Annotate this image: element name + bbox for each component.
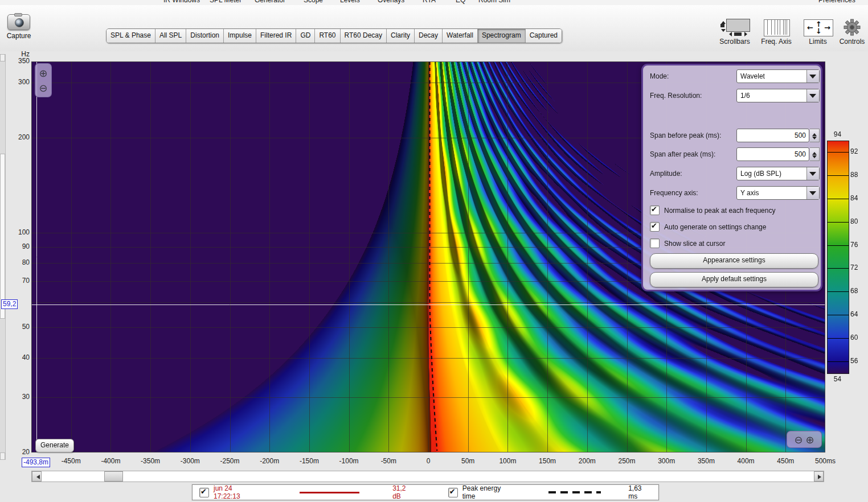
amplitude-value: Log (dB SPL)	[740, 170, 781, 178]
apply-default-settings-button[interactable]: Apply default settings	[650, 272, 818, 287]
span-before-input[interactable]: 500	[736, 129, 809, 142]
colorbar-segment	[828, 223, 849, 246]
menu-item-overlays[interactable]: Overlays	[378, 0, 404, 5]
capture-label: Capture	[2, 32, 35, 40]
tab-decay[interactable]: Decay	[415, 29, 443, 43]
frequency-axis-dropdown[interactable]: Y axis	[736, 186, 820, 200]
span-after-stepper[interactable]	[810, 147, 820, 161]
measurement-checkbox[interactable]	[199, 488, 209, 497]
tab-all-spl[interactable]: All SPL	[155, 29, 186, 43]
zoom-in-icon[interactable]: ⊕	[39, 67, 47, 79]
freq-axis-icon	[764, 19, 790, 36]
tab-spectrogram[interactable]: Spectrogram	[478, 29, 526, 43]
colorbar-min-label: 54	[824, 375, 851, 383]
menu-item-ir-windows[interactable]: IR Windows	[163, 0, 200, 5]
menu-item-label: Overlays	[378, 0, 404, 4]
tool-label: Scrollbars	[714, 38, 755, 46]
frequency-axis-value: Y axis	[740, 189, 759, 197]
menu-item-preferences[interactable]: Preferences	[818, 0, 855, 5]
zoom-out-icon[interactable]: ⊖	[39, 82, 47, 94]
tool-limits[interactable]: ↑↓ ←→ Limits	[800, 18, 836, 46]
scroll-thumb[interactable]	[104, 471, 123, 482]
freq-resolution-value: 1/6	[740, 92, 750, 100]
chevron-down-icon[interactable]	[806, 187, 819, 199]
checkbox[interactable]	[650, 222, 660, 232]
freq-resolution-label: Freq. Resolution:	[650, 92, 702, 100]
amplitude-dropdown[interactable]: Log (dB SPL)	[736, 167, 820, 180]
tab-distortion[interactable]: Distortion	[186, 29, 224, 43]
peak-energy-checkbox[interactable]	[448, 488, 458, 497]
peak-energy-label: Peak energy time	[462, 484, 513, 500]
colorbar-segment	[828, 199, 849, 223]
colorbar-segment	[828, 292, 849, 315]
x-tick-300m: 300m	[658, 457, 675, 465]
chevron-down-icon[interactable]	[806, 89, 819, 102]
tool-controls[interactable]: Controls	[836, 18, 868, 46]
span-before-stepper[interactable]	[810, 129, 820, 142]
tab-waterfall[interactable]: Waterfall	[443, 29, 478, 43]
chevron-down-icon[interactable]	[806, 167, 819, 180]
tab-captured[interactable]: Captured	[526, 29, 562, 43]
tool-freq-axis[interactable]: Freq. Axis	[758, 18, 795, 46]
tab-rt60-decay[interactable]: RT60 Decay	[341, 29, 387, 43]
menu-item-label: Scope	[304, 0, 323, 4]
chevron-down-icon[interactable]	[806, 70, 819, 83]
menu-item-label: RTA	[423, 0, 436, 4]
mode-dropdown[interactable]: Wavelet	[736, 69, 820, 83]
menu-item-room-sim[interactable]: Room Sim	[478, 0, 510, 5]
menu-item-spl-meter[interactable]: SPL Meter	[210, 0, 241, 5]
mode-value: Wavelet	[740, 72, 765, 80]
colorbar-segment	[828, 315, 849, 339]
time-scrollbar[interactable]	[31, 471, 824, 482]
tab-rt60[interactable]: RT60	[315, 29, 340, 43]
measurement-level: 31,2 dB	[392, 484, 415, 500]
scroll-left-button[interactable]	[32, 471, 42, 482]
menu-item-levels[interactable]: Levels	[340, 0, 360, 5]
span-after-input[interactable]: 500	[736, 147, 809, 161]
checkbox-row-show-slice-at-cursor[interactable]: Show slice at cursor	[650, 238, 725, 248]
y-tick-50: 50	[2, 323, 30, 331]
colorbar-tick-92: 92	[850, 147, 858, 155]
colorbar-segment	[828, 176, 849, 199]
checkbox-row-normalise-to-peak-at-each-frequency[interactable]: Normalise to peak at each frequency	[650, 205, 775, 215]
menu-item-eq[interactable]: EQ	[456, 0, 465, 5]
span-after-label: Span after peak (ms):	[650, 150, 715, 158]
appearance-settings-button[interactable]: Appearance settings	[650, 253, 818, 269]
tab-gd[interactable]: GD	[296, 29, 315, 43]
x-tick-50m: -50m	[381, 457, 396, 465]
checkbox-row-auto-generate-on-settings-change[interactable]: Auto generate on settings change	[650, 222, 766, 232]
x-tick-250m: -250m	[220, 457, 239, 465]
colorbar-segment	[828, 141, 849, 153]
y-tick-30: 30	[2, 393, 30, 401]
tool-scrollbars[interactable]: Scrollbars	[714, 18, 755, 46]
tab-impulse[interactable]: Impulse	[224, 29, 256, 43]
colorbar-tick-56: 56	[850, 357, 858, 365]
tab-filtered-ir[interactable]: Filtered IR	[256, 29, 296, 43]
tab-spl-phase[interactable]: SPL & Phase	[107, 29, 155, 43]
measurement-line-sample	[300, 492, 359, 493]
generate-button[interactable]: Generate	[35, 439, 74, 452]
freq-resolution-dropdown[interactable]: 1/6	[736, 89, 820, 102]
tab-clarity[interactable]: Clarity	[387, 29, 415, 43]
y-tick-100: 100	[2, 228, 30, 236]
x-zoom-chip: ⊖ ⊕	[787, 431, 822, 448]
zoom-out-icon[interactable]: ⊖	[794, 434, 803, 446]
checkbox[interactable]	[650, 205, 660, 215]
cursor-time-readout: -493,8m	[22, 458, 50, 467]
amplitude-label: Amplitude:	[650, 170, 682, 178]
menu-item-rta[interactable]: RTA	[423, 0, 436, 5]
rew-spectrogram-window: IR WindowsSPL MeterGeneratorScopeLevelsO…	[0, 0, 868, 502]
menu-item-scope[interactable]: Scope	[304, 0, 323, 5]
menu-item-label: EQ	[456, 0, 465, 4]
y-tick-20: 20	[2, 448, 30, 456]
menu-item-label: Levels	[340, 0, 360, 4]
peak-energy-time: 1,63 ms	[628, 484, 652, 500]
scroll-thumb[interactable]	[0, 154, 5, 319]
checkbox[interactable]	[650, 238, 660, 248]
colorbar	[827, 141, 849, 374]
scroll-right-button[interactable]	[814, 471, 824, 482]
zoom-in-icon[interactable]: ⊕	[806, 434, 814, 446]
capture-button[interactable]: Capture	[2, 14, 35, 40]
span-before-label: Span before peak (ms):	[650, 131, 721, 139]
menu-item-generator[interactable]: Generator	[255, 0, 285, 5]
